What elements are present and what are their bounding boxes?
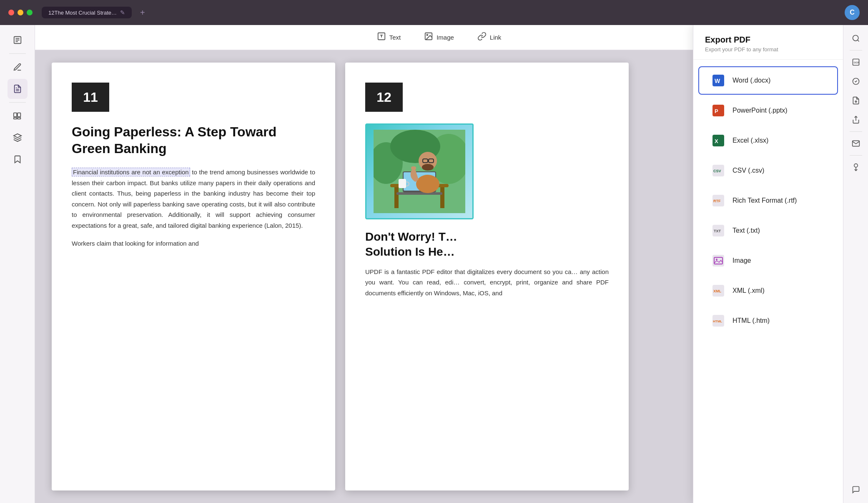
- export-header: Export PDF Export your PDF to any format: [693, 25, 843, 60]
- sidebar-item-annotate[interactable]: [8, 79, 28, 99]
- svg-line-52: [857, 40, 859, 42]
- image-export-icon: [711, 253, 726, 268]
- page12-subtitle: Don't Worry! T… Solution Is He…: [365, 229, 609, 260]
- sidebar-item-pages[interactable]: [8, 106, 28, 126]
- page-body-11-2: Workers claim that looking for informati…: [72, 238, 315, 249]
- export-item-excel[interactable]: X Excel (.xlsx): [698, 126, 838, 155]
- share-button[interactable]: [848, 111, 864, 128]
- toolbar-link-label: Link: [490, 34, 502, 41]
- svg-text:HTML: HTML: [713, 319, 722, 323]
- traffic-lights: [8, 10, 33, 15]
- toolbar-image-label: Image: [437, 34, 454, 41]
- export-html-label: HTML (.htm): [733, 317, 770, 324]
- sidebar-item-pen[interactable]: [8, 57, 28, 77]
- export-xml-label: XML (.xml): [733, 287, 765, 294]
- toolbar-link[interactable]: Link: [472, 29, 507, 45]
- svg-marker-10: [13, 134, 21, 138]
- svg-text:W: W: [715, 78, 720, 84]
- pdf-page-12: 12: [345, 63, 629, 490]
- txt-icon: TXT: [711, 223, 726, 238]
- svg-text:TXT: TXT: [714, 229, 721, 233]
- content-area: Text Image: [35, 25, 843, 503]
- export-item-ppt[interactable]: P PowerPoint (.pptx): [698, 96, 838, 125]
- add-tab-icon[interactable]: +: [140, 8, 145, 18]
- sidebar-item-annotate-wrapper: [8, 79, 28, 99]
- excel-icon: X: [711, 133, 726, 148]
- html-icon: HTML: [711, 313, 726, 328]
- sidebar-item-layers[interactable]: [8, 128, 28, 148]
- svg-rect-9: [18, 118, 20, 119]
- export-item-rtf[interactable]: RTF Rich Text Format (.rtf): [698, 186, 838, 215]
- close-button[interactable]: [8, 10, 14, 15]
- page-body-11: Financial institutions are not an except…: [72, 167, 315, 231]
- maximize-button[interactable]: [27, 10, 33, 15]
- svg-rect-30: [411, 166, 416, 170]
- body-text-continuation: to the trend among businesses worldwide …: [72, 169, 315, 229]
- export-item-txt[interactable]: TXT Text (.txt): [698, 216, 838, 245]
- page-title-11: Going Paperless: A Step Toward Green Ban…: [72, 123, 315, 157]
- svg-point-56: [855, 101, 856, 102]
- svg-point-46: [716, 259, 717, 260]
- csv-icon: CSV: [711, 163, 726, 178]
- export-subtitle: Export your PDF to any format: [705, 46, 831, 53]
- svg-rect-7: [18, 113, 20, 117]
- export-item-html[interactable]: HTML HTML (.htm): [698, 307, 838, 335]
- extract-button[interactable]: [848, 92, 864, 109]
- export-rtf-label: Rich Text Format (.rtf): [733, 197, 797, 204]
- svg-text:OCR: OCR: [854, 61, 860, 64]
- sidebar-divider-1: [9, 53, 26, 54]
- export-title: Export PDF: [705, 35, 831, 45]
- svg-point-13: [427, 34, 428, 35]
- toolbar-image[interactable]: Image: [419, 29, 459, 45]
- link-icon: [477, 32, 487, 43]
- right-sidebar: OCR: [843, 25, 868, 503]
- ocr-button[interactable]: OCR: [848, 54, 864, 70]
- redact-button[interactable]: [848, 73, 864, 90]
- pdf-page-11: 11 Going Paperless: A Step Toward Green …: [52, 63, 335, 490]
- sidebar-item-bookmark[interactable]: [8, 149, 28, 169]
- text-icon: [377, 32, 386, 43]
- export-item-image[interactable]: Image: [698, 246, 838, 275]
- export-image-label: Image: [733, 257, 751, 264]
- export-item-csv[interactable]: CSV CSV (.csv): [698, 156, 838, 185]
- highlighted-text: Financial institutions are not an except…: [72, 168, 190, 176]
- image-icon: [424, 32, 433, 43]
- right-divider-3: [850, 155, 862, 156]
- document-title: 12The Most Crucial Strate…: [48, 10, 117, 16]
- xml-icon: XML: [711, 283, 726, 298]
- export-word-label: Word (.docx): [733, 77, 770, 84]
- page-number-12: 12: [365, 83, 403, 112]
- export-ppt-label: PowerPoint (.pptx): [733, 107, 788, 114]
- search-button[interactable]: [848, 30, 864, 47]
- chat-button[interactable]: [848, 481, 864, 498]
- svg-text:X: X: [715, 138, 718, 144]
- title-tab: 12The Most Crucial Strate… ✎: [42, 7, 132, 18]
- svg-rect-23: [396, 192, 442, 195]
- word-icon: W: [711, 73, 726, 88]
- export-item-xml[interactable]: XML XML (.xml): [698, 277, 838, 305]
- minimize-button[interactable]: [18, 10, 23, 15]
- email-button[interactable]: [848, 135, 864, 152]
- svg-text:P: P: [715, 108, 718, 114]
- export-panel: Export PDF Export your PDF to any format…: [693, 25, 843, 503]
- svg-rect-6: [13, 113, 16, 117]
- svg-text:XML: XML: [713, 289, 722, 293]
- export-item-word[interactable]: W Word (.docx): [698, 66, 838, 95]
- main-container: Text Image: [0, 25, 868, 503]
- right-divider-1: [850, 50, 862, 50]
- toolbar-text-label: Text: [389, 34, 401, 41]
- page12-image: [365, 123, 474, 219]
- save-button[interactable]: [848, 159, 864, 176]
- sidebar-divider-2: [9, 102, 26, 103]
- svg-point-25: [422, 164, 434, 171]
- chat-icon-wrapper: [848, 481, 864, 498]
- svg-text:CSV: CSV: [713, 169, 721, 173]
- svg-point-29: [416, 175, 439, 193]
- right-divider-2: [850, 131, 862, 132]
- sidebar-item-document[interactable]: [8, 30, 28, 50]
- edit-title-icon[interactable]: ✎: [120, 9, 125, 16]
- svg-rect-31: [399, 179, 406, 188]
- titlebar: 12The Most Crucial Strate… ✎ + C: [0, 0, 868, 25]
- toolbar-text[interactable]: Text: [372, 29, 406, 45]
- avatar[interactable]: C: [845, 5, 860, 20]
